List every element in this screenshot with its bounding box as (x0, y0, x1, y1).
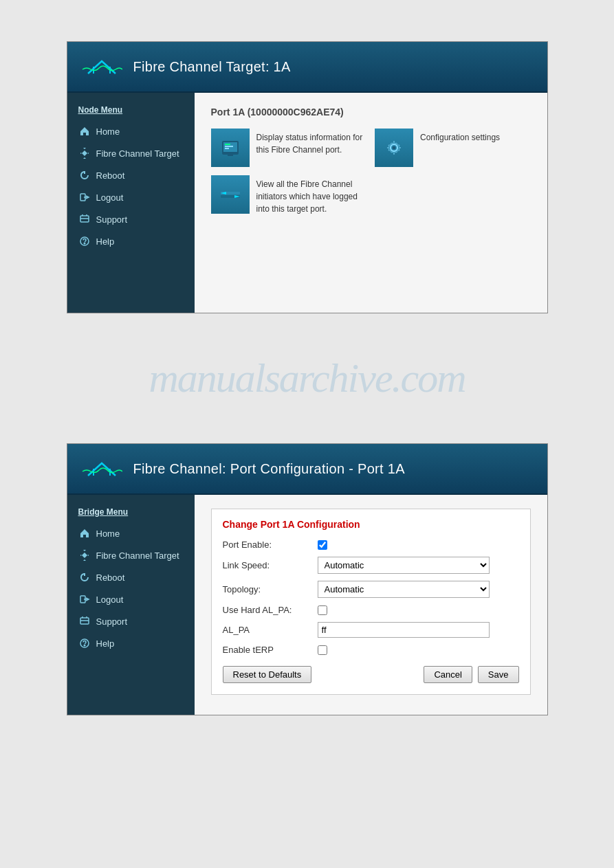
sidebar-logout-label-2: Logout (96, 594, 124, 605)
sidebar-support-label-1: Support (96, 214, 128, 225)
status-icon-box (211, 129, 250, 167)
sidebar-item-reboot-1[interactable]: Reboot (67, 164, 195, 186)
panel-2-main: Change Port 1A Configuration Port Enable… (195, 495, 547, 715)
initiators-card[interactable]: View all the Fibre Channel initiators wh… (211, 175, 367, 215)
config-card-text: Configuration settings (420, 129, 500, 144)
svg-rect-10 (225, 146, 233, 147)
link-speed-label: Link Speed: (223, 560, 312, 570)
port-title-1: Port 1A (10000000C962AE74) (211, 107, 531, 118)
initiators-card-text: View all the Fibre Channel initiators wh… (256, 175, 367, 215)
svg-rect-11 (225, 148, 229, 149)
support-icon-2 (78, 615, 91, 627)
sidebar-item-logout-2[interactable]: Logout (67, 588, 195, 610)
port-enable-checkbox[interactable] (318, 540, 327, 550)
panel-2-title: Fibre Channel: Port Configuration - Port… (133, 461, 405, 477)
panel-1-main: Port 1A (10000000C962AE74) (195, 93, 547, 313)
help-icon-1 (78, 235, 91, 247)
port-enable-label: Port Enable: (223, 539, 312, 550)
cancel-button[interactable]: Cancel (424, 666, 472, 683)
form-title: Change Port 1A Configuration (223, 519, 519, 530)
link-speed-select[interactable]: Automatic 1 Gbps 2 Gbps 4 Gbps 8 Gbps (318, 557, 490, 574)
sidebar-item-help-1[interactable]: Help (67, 230, 195, 252)
form-row-link-speed: Link Speed: Automatic 1 Gbps 2 Gbps 4 Gb… (223, 557, 519, 574)
sidebar-home-label-2: Home (96, 528, 120, 539)
panel-1-header: Fibre Channel Target: 1A (67, 42, 547, 93)
page-wrapper: Fibre Channel Target: 1A Node Menu Home … (67, 41, 548, 715)
sidebar-help-label-1: Help (96, 236, 115, 247)
alpa-input[interactable] (318, 622, 490, 638)
logout-icon-2 (78, 593, 91, 605)
form-container: Change Port 1A Configuration Port Enable… (211, 509, 531, 695)
config-card[interactable]: Configuration settings (375, 129, 531, 167)
sidebar-help-label-2: Help (96, 638, 115, 649)
sidebar-item-home-2[interactable]: Home (67, 522, 195, 544)
sidebar-1-label: Node Menu (67, 102, 195, 120)
sidebar-item-reboot-2[interactable]: Reboot (67, 566, 195, 588)
sidebar-reboot-label-2: Reboot (96, 572, 125, 583)
status-card-text: Display status information for this Fibr… (256, 129, 367, 156)
watermark: manualsarchive.com (67, 341, 548, 416)
topology-select[interactable]: Automatic Loop Point to Point (318, 581, 490, 598)
terp-label: Enable tERP (223, 645, 312, 655)
sidebar-logout-label-1: Logout (96, 192, 124, 203)
form-row-terp: Enable tERP (223, 645, 519, 655)
logo (81, 54, 122, 79)
panel-1: Fibre Channel Target: 1A Node Menu Home … (67, 41, 548, 313)
action-cards: Display status information for this Fibr… (211, 129, 531, 215)
home-icon-2 (78, 527, 91, 539)
sidebar-item-target-2[interactable]: Fibre Channel Target (67, 544, 195, 566)
svg-point-26 (84, 645, 85, 646)
svg-point-6 (84, 243, 85, 244)
status-card[interactable]: Display status information for this Fibr… (211, 129, 367, 167)
logo-2 (81, 456, 122, 481)
form-row-alpa: AL_PA (223, 622, 519, 638)
target-icon-2 (78, 549, 91, 561)
sidebar-item-support-1[interactable]: Support (67, 208, 195, 230)
svg-rect-12 (228, 155, 233, 156)
logout-icon-1 (78, 191, 91, 203)
panel-1-title: Fibre Channel Target: 1A (133, 59, 291, 75)
sidebar-2-label: Bridge Menu (67, 504, 195, 522)
help-icon-2 (78, 637, 91, 649)
hard-alpa-label: Use Hard AL_PA: (223, 605, 312, 615)
terp-checkbox[interactable] (318, 645, 327, 655)
sidebar-home-label-1: Home (96, 126, 120, 137)
initiators-icon-box (211, 175, 250, 214)
reset-button[interactable]: Reset to Defaults (223, 666, 312, 683)
panel-2-body: Bridge Menu Home Fibre Channel Target (67, 495, 547, 715)
panel-2: Fibre Channel: Port Configuration - Port… (67, 443, 548, 715)
sidebar-item-home-1[interactable]: Home (67, 120, 195, 142)
panel-1-sidebar: Node Menu Home Fibre Channel Target (67, 93, 195, 313)
panel-1-body: Node Menu Home Fibre Channel Target (67, 93, 547, 313)
reboot-icon-1 (78, 169, 91, 181)
alpa-label: AL_PA (223, 625, 312, 635)
sidebar-item-help-2[interactable]: Help (67, 632, 195, 654)
reboot-icon-2 (78, 571, 91, 583)
gear-icon-box (375, 129, 413, 167)
sidebar-reboot-label-1: Reboot (96, 170, 125, 181)
home-icon (78, 125, 91, 137)
hard-alpa-checkbox[interactable] (318, 605, 327, 615)
form-actions: Reset to Defaults Cancel Save (223, 666, 519, 683)
panel-2-sidebar: Bridge Menu Home Fibre Channel Target (67, 495, 195, 715)
form-row-topology: Topology: Automatic Loop Point to Point (223, 581, 519, 598)
support-icon-1 (78, 213, 91, 225)
target-icon-1 (78, 147, 91, 159)
svg-point-15 (393, 146, 396, 150)
sidebar-target-label-1: Fibre Channel Target (96, 148, 179, 159)
form-row-hard-alpa: Use Hard AL_PA: (223, 605, 519, 615)
sidebar-item-support-2[interactable]: Support (67, 610, 195, 632)
form-row-port-enable: Port Enable: (223, 539, 519, 550)
sidebar-support-label-2: Support (96, 616, 128, 627)
sidebar-item-target-1[interactable]: Fibre Channel Target (67, 142, 195, 164)
save-button[interactable]: Save (478, 666, 519, 683)
sidebar-item-logout-1[interactable]: Logout (67, 186, 195, 208)
panel-2-header: Fibre Channel: Port Configuration - Port… (67, 444, 547, 495)
sidebar-target-label-2: Fibre Channel Target (96, 550, 179, 561)
topology-label: Topology: (223, 584, 312, 594)
svg-rect-9 (225, 144, 230, 145)
